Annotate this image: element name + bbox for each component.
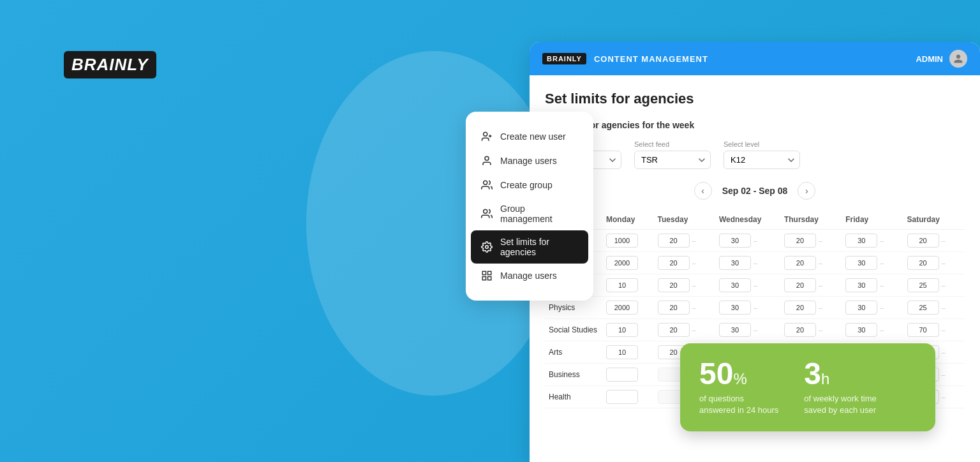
cell-thursday: –	[780, 230, 842, 252]
cell-wednesday: –	[715, 252, 780, 274]
subject-cell: Social Studies	[545, 319, 602, 341]
input-friday[interactable]	[845, 323, 877, 337]
day-dash: –	[942, 348, 946, 356]
subject-cell: Arts	[545, 341, 602, 364]
input-friday[interactable]	[845, 256, 877, 270]
input-tuesday[interactable]	[658, 323, 690, 337]
day-dash: –	[819, 237, 822, 244]
col-friday: Friday	[842, 210, 903, 230]
cell-tuesday: –	[654, 252, 715, 274]
input-wednesday[interactable]	[719, 278, 751, 292]
group-add-icon	[481, 179, 493, 191]
input-saturday[interactable]	[907, 323, 939, 337]
input-monday[interactable]	[606, 256, 638, 270]
level-filter-label: Select level	[724, 140, 800, 148]
input-thursday[interactable]	[784, 323, 816, 337]
menu-item-manage-users[interactable]: Manage users	[466, 149, 593, 173]
menu-label: Manage users	[500, 271, 557, 281]
section-title: Set limits for agencies for the week	[545, 120, 965, 130]
input-tuesday[interactable]	[658, 278, 690, 292]
col-thursday: Thursday	[780, 210, 842, 230]
day-dash: –	[880, 326, 884, 334]
logo-text: BRAINLY	[71, 55, 149, 74]
cell-saturday: –	[903, 319, 965, 341]
stat-label-1: of questionsanswered in 24 hours	[699, 393, 778, 416]
feed-select[interactable]: TSR	[634, 151, 711, 169]
menu-label: Create group	[500, 180, 553, 190]
input-saturday[interactable]	[907, 278, 939, 292]
input-saturday[interactable]	[907, 234, 939, 248]
level-input[interactable]	[724, 151, 800, 169]
svg-point-6	[486, 246, 489, 249]
input-monday[interactable]	[606, 390, 638, 404]
table-row: English–––––	[545, 274, 965, 297]
input-monday[interactable]	[606, 368, 638, 382]
input-wednesday[interactable]	[719, 301, 751, 315]
cell-monday	[602, 230, 654, 252]
menu-item-create-group[interactable]: Create group	[466, 173, 593, 197]
input-friday[interactable]	[845, 234, 877, 248]
day-dash: –	[692, 281, 696, 289]
input-thursday[interactable]	[784, 256, 816, 270]
input-monday[interactable]	[606, 234, 638, 248]
input-monday[interactable]	[606, 345, 638, 359]
menu-item-group-management[interactable]: Group management	[466, 197, 593, 230]
cell-monday	[602, 319, 654, 341]
day-dash: –	[754, 259, 757, 267]
stat-value-2: 3h	[804, 359, 876, 389]
day-dash: –	[880, 259, 884, 267]
brainly-logo: BRAINLY	[64, 51, 204, 102]
svg-rect-8	[488, 271, 491, 274]
input-thursday[interactable]	[784, 278, 816, 292]
cell-monday	[602, 252, 654, 274]
input-monday[interactable]	[606, 323, 638, 337]
input-thursday[interactable]	[784, 234, 816, 248]
svg-rect-9	[482, 277, 486, 280]
input-tuesday[interactable]	[658, 301, 690, 315]
next-week-button[interactable]: ›	[798, 182, 815, 200]
svg-point-4	[484, 181, 487, 184]
input-monday[interactable]	[606, 301, 638, 315]
input-thursday[interactable]	[784, 301, 816, 315]
cell-thursday: –	[780, 274, 842, 297]
day-dash: –	[692, 237, 696, 244]
day-dash: –	[942, 393, 946, 401]
menu-item-set-limits[interactable]: Set limits for agencies	[471, 230, 588, 264]
level-filter: Select level	[724, 140, 800, 169]
person-icon	[481, 155, 493, 167]
day-dash: –	[942, 326, 946, 334]
day-dash: –	[819, 281, 822, 289]
day-dash: –	[819, 304, 822, 311]
input-monday[interactable]	[606, 278, 638, 292]
input-tuesday[interactable]	[658, 256, 690, 270]
admin-label: ADMIN	[916, 54, 943, 64]
day-dash: –	[754, 281, 757, 289]
input-saturday[interactable]	[907, 256, 939, 270]
input-wednesday[interactable]	[719, 256, 751, 270]
navbar-right: ADMIN	[916, 50, 967, 68]
cell-monday	[602, 297, 654, 319]
input-saturday[interactable]	[907, 301, 939, 315]
navbar-logo: BRAINLY	[542, 53, 586, 64]
cell-thursday: –	[780, 252, 842, 274]
cell-wednesday: –	[715, 230, 780, 252]
date-range: Sep 02 - Sep 08	[722, 186, 788, 196]
cell-friday: –	[842, 252, 903, 274]
prev-week-button[interactable]: ‹	[694, 182, 712, 200]
navbar: BRAINLY CONTENT MANAGEMENT ADMIN	[530, 42, 980, 75]
cell-tuesday: –	[654, 319, 715, 341]
table-row: Social Studies–––––	[545, 319, 965, 341]
input-wednesday[interactable]	[719, 234, 751, 248]
table-row: Mathematics–––––	[545, 230, 965, 252]
navbar-left: BRAINLY CONTENT MANAGEMENT	[542, 53, 708, 64]
input-wednesday[interactable]	[719, 323, 751, 337]
date-nav: ‹ Sep 02 - Sep 08 ›	[545, 182, 965, 200]
cell-friday: –	[842, 319, 903, 341]
menu-item-manage-users-2[interactable]: Manage users	[466, 264, 593, 288]
input-tuesday[interactable]	[658, 234, 690, 248]
day-dash: –	[942, 304, 946, 311]
input-friday[interactable]	[845, 301, 877, 315]
input-friday[interactable]	[845, 278, 877, 292]
menu-item-create-user[interactable]: Create new user	[466, 124, 593, 149]
menu-label: Manage users	[500, 156, 557, 166]
